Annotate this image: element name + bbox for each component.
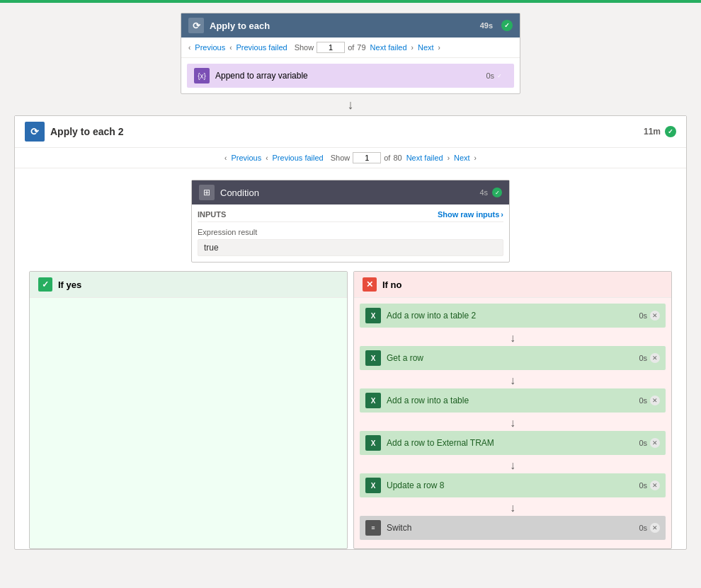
next-chevron-1: › [438,44,440,52]
next-button-1[interactable]: Next [416,43,435,52]
action-2-close[interactable]: ✕ [650,396,660,405]
apply-to-each-1-pagination[interactable]: ‹ Previous ‹ Previous failed Show of 79 … [181,38,520,58]
action-5-label: Switch [387,523,411,533]
loop-icon-2: ⟳ [30,126,39,137]
top-success-bar [0,0,701,3]
action-item-4: X Update a row 8 0s ✕ [360,473,666,497]
expression-label: Expression result [198,228,503,236]
apply-to-each-2-pagination[interactable]: ‹ Previous ‹ Previous failed Show of 80 … [15,148,686,168]
apply-to-each-1-success: ✓ [501,20,513,31]
action-item-5: ≡ Switch 0s ✕ [360,516,666,540]
condition-block: ⊞ Condition 4s ✓ INPUTS [191,180,510,263]
condition-success: ✓ [492,188,502,197]
action-0-close[interactable]: ✕ [650,311,660,321]
show-raw-inputs-btn[interactable]: Show raw inputs › [438,210,503,219]
arrow-0: ↓ [360,330,666,346]
action-4-left: X Update a row 8 [365,478,444,493]
action-item-0: X Add a row into a table 2 0s ✕ [360,304,666,328]
branch-yes-empty [30,298,347,411]
branch-no-actions: X Add a row into a table 2 0s ✕ ↓ [354,298,671,548]
append-to-array-row: {x} Append to array variable 0s ✓ [187,64,514,88]
total-pages-2: 80 [393,154,401,162]
action-4-duration: 0s [639,481,647,490]
action-1-left: X Get a row [365,350,423,366]
action-4-right: 0s ✕ [639,480,660,490]
action-3-left: X Add a row to External TRAM [365,435,494,451]
condition-duration: 4s [479,188,488,197]
previous-failed-button-2[interactable]: Previous failed [271,154,325,162]
condition-icon-symbol: ⊞ [203,188,210,197]
checkmark-1: ✓ [504,22,510,29]
action-item-3: X Add a row to External TRAM 0s ✕ [360,431,666,455]
action-4-close[interactable]: ✕ [650,480,660,490]
branch-no: ✕ If no X Add a row into a table 2 [353,271,672,549]
append-right: 0s ✓ [486,71,507,81]
action-5-close[interactable]: ✕ [650,523,660,533]
action-2-label: Add a row into a table [387,396,469,405]
of-label-1: of [348,43,354,52]
excel-icon-4: X [365,478,381,493]
show-label-2: Show [331,154,350,162]
show-raw-label: Show raw inputs [438,210,499,219]
condition-icon: ⊞ [199,185,215,200]
apply-to-each-1-duration: 49s [480,21,493,30]
action-5-right: 0s ✕ [639,523,660,533]
next-failed-chevron-1: › [411,44,414,52]
previous-button-1[interactable]: Previous [193,43,227,52]
action-5-left: ≡ Switch [365,520,411,536]
previous-failed-button-1[interactable]: Previous failed [234,43,288,52]
previous-button-2[interactable]: Previous [229,154,263,162]
page-input-2[interactable] [353,152,381,163]
condition-wrapper: ⊞ Condition 4s ✓ INPUTS [15,174,686,268]
of-label-2: of [384,154,390,162]
arrow-3: ↓ [360,458,666,473]
action-2-left: X Add a row into a table [365,393,469,408]
arrow-4: ↓ [360,500,666,516]
page-input-1[interactable] [317,42,345,53]
apply-to-each-2-icon: ⟳ [25,122,45,142]
excel-x-4: X [371,482,376,490]
excel-x-3: X [371,439,376,447]
apply-to-each-1-header-left: ⟳ Apply to each [188,18,270,33]
append-label: Append to array variable [215,71,308,81]
apply-to-each-2-title: Apply to each 2 [50,126,123,137]
action-0-label: Add a row into a table 2 [387,311,476,321]
purple-curly-icon: {x} [194,68,210,83]
apply-to-each-1-title: Apply to each [210,21,270,31]
action-3-close[interactable]: ✕ [650,438,660,448]
excel-icon-0: X [365,308,381,323]
arrow-1: ↓ [360,373,666,388]
append-duration: 0s [486,71,494,80]
action-1-close[interactable]: ✕ [650,353,660,363]
arrow-connector-1: ↓ [0,94,701,115]
checkmark-cond: ✓ [495,190,500,196]
next-failed-button-1[interactable]: Next failed [369,43,409,52]
prev-chevron-1: ‹ [188,44,190,52]
apply-to-each-2-header: ⟳ Apply to each 2 11m ✓ [15,116,686,148]
apply-to-each-2-header-left: ⟳ Apply to each 2 [25,122,123,142]
switch-icon-5: ≡ [365,520,381,536]
prev-failed-chevron-2: ‹ [266,154,268,162]
branch-no-label: If no [382,279,401,290]
inputs-header: INPUTS Show raw inputs › [198,210,503,222]
checkmark-2: ✓ [668,128,673,135]
action-0-duration: 0s [639,311,647,320]
switch-symbol: ≡ [371,524,375,531]
expression-value: true [198,239,503,256]
condition-title: Condition [220,188,259,198]
excel-icon-3: X [365,435,381,451]
excel-x-2: X [371,397,376,405]
apply-to-each-1-header: ⟳ Apply to each 49s ✓ [181,13,520,38]
close-no: ✕ [366,279,373,289]
branch-yes: ✓ If yes [29,271,348,549]
next-failed-button-2[interactable]: Next failed [405,154,445,162]
next-failed-chevron-2: › [448,154,450,162]
action-3-right: 0s ✕ [639,438,660,448]
condition-header: ⊞ Condition 4s ✓ [192,180,509,204]
show-label-1: Show [295,43,314,52]
action-item-1: X Get a row 0s ✕ [360,346,666,370]
next-button-2[interactable]: Next [452,154,472,162]
excel-icon-1: X [365,350,381,366]
apply-to-each-2-success: ✓ [665,126,676,137]
branch-no-header: ✕ If no [354,272,671,298]
